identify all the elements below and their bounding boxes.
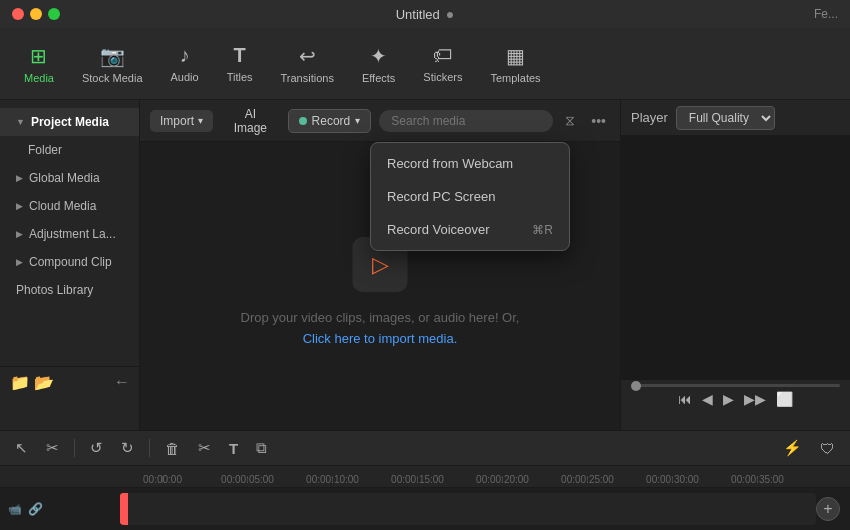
record-screen-item[interactable]: Record PC Screen — [371, 180, 569, 213]
close-button[interactable] — [12, 8, 24, 20]
timeline-ruler: 00:00:00 00:00:05:00 00:00:10:00 00:00:1… — [0, 466, 850, 488]
timeline-toolbar: ↖ ✂ ↺ ↻ 🗑 ✂ T ⧉ ⚡ 🛡 — [0, 430, 850, 466]
sidebar-item-cloud-media[interactable]: ▶ Cloud Media — [0, 192, 139, 220]
playback-controls: ⏮ ◀ ▶ ▶▶ ⬜ — [631, 391, 840, 407]
more-options-icon[interactable]: ••• — [587, 109, 610, 133]
search-input[interactable] — [379, 110, 553, 132]
record-voiceover-label: Record Voiceover — [387, 222, 490, 237]
ruler-mark-7: 00:00:35:00 — [715, 474, 800, 485]
title-bar-right: Fe... — [814, 7, 838, 21]
record-chevron-icon: ▾ — [355, 115, 360, 126]
player-header: Player Full Quality 1/2 Quality 1/4 Qual… — [621, 100, 850, 136]
toolbar-stickers[interactable]: 🏷 Stickers — [409, 38, 476, 89]
effects-label: Effects — [362, 72, 395, 84]
settings-tool[interactable]: ⧉ — [253, 436, 270, 460]
rewind-button[interactable]: ⏮ — [678, 391, 692, 407]
sidebar-label-folder: Folder — [28, 143, 62, 157]
progress-bar[interactable] — [631, 384, 840, 387]
titles-label: Titles — [227, 71, 253, 83]
sidebar-label-photos-library: Photos Library — [16, 283, 93, 297]
sidebar-item-compound-clip[interactable]: ▶ Compound Clip — [0, 248, 139, 276]
sidebar-label-global-media: Global Media — [29, 171, 100, 185]
toolbar-effects[interactable]: ✦ Effects — [348, 38, 409, 90]
import-link[interactable]: Click here to import media. — [303, 331, 458, 346]
blade-tool[interactable]: ✂ — [43, 436, 62, 460]
traffic-lights — [12, 8, 60, 20]
add-folder-icon[interactable]: 📁 — [10, 373, 30, 392]
sidebar-item-project-media[interactable]: ▼ Project Media — [0, 108, 139, 136]
add-track-button[interactable]: + — [816, 497, 840, 521]
sidebar-label-compound-clip: Compound Clip — [29, 255, 112, 269]
sidebar-item-folder[interactable]: Folder — [0, 136, 139, 164]
chevron-icon: ▶ — [16, 173, 23, 183]
progress-thumb — [631, 381, 641, 391]
play-button[interactable]: ▶ — [723, 391, 734, 407]
collapse-sidebar-icon[interactable]: ← — [114, 373, 130, 392]
ai-image-label: AI Image — [234, 107, 267, 135]
import-label: Import — [160, 114, 194, 128]
chevron-icon: ▶ — [16, 229, 23, 239]
record-webcam-item[interactable]: Record from Webcam — [371, 147, 569, 180]
sidebar: ▼ Project Media Folder ▶ Global Media ▶ … — [0, 100, 140, 430]
track-label: 📹 🔗 — [0, 502, 120, 516]
record-webcam-label: Record from Webcam — [387, 156, 513, 171]
templates-label: Templates — [490, 72, 540, 84]
toolbar-titles[interactable]: T Titles — [213, 38, 267, 89]
toolbar-templates[interactable]: ▦ Templates — [476, 38, 554, 90]
toolbar-media[interactable]: ⊞ Media — [10, 38, 68, 90]
maximize-button[interactable] — [48, 8, 60, 20]
sidebar-item-global-media[interactable]: ▶ Global Media — [0, 164, 139, 192]
cut-button[interactable]: ✂ — [195, 436, 214, 460]
ruler-mark-2: 00:00:10:00 — [290, 474, 375, 485]
import-button[interactable]: Import ▾ — [150, 110, 213, 132]
record-button[interactable]: Record ▾ — [288, 109, 372, 133]
timeline: 00:00:00 00:00:05:00 00:00:10:00 00:00:1… — [0, 466, 850, 530]
sidebar-label-cloud-media: Cloud Media — [29, 199, 96, 213]
effects-icon: ✦ — [370, 44, 387, 68]
track-link-icon: 🔗 — [28, 502, 43, 516]
track-video-icon: 📹 — [8, 503, 22, 516]
minimize-button[interactable] — [30, 8, 42, 20]
text-tool[interactable]: T — [226, 437, 241, 460]
sidebar-label-adjustment: Adjustment La... — [29, 227, 116, 241]
toolbar-stock-media[interactable]: 📷 Stock Media — [68, 38, 157, 90]
toolbar-separator-2 — [149, 439, 150, 457]
timeline-track: 📹 🔗 + — [0, 488, 850, 530]
main-area: ▼ Project Media Folder ▶ Global Media ▶ … — [0, 100, 850, 430]
toolbar-separator — [74, 439, 75, 457]
media-icon: ⊞ — [30, 44, 47, 68]
chevron-icon: ▶ — [16, 201, 23, 211]
content-toolbar: Import ▾ AI Image Record ▾ ⧖ ••• — [140, 100, 620, 142]
import-chevron-icon: ▾ — [198, 115, 203, 126]
frame-back-button[interactable]: ◀ — [702, 391, 713, 407]
player-controls: ⏮ ◀ ▶ ▶▶ ⬜ — [621, 380, 850, 430]
drop-text: Drop your video clips, images, or audio … — [241, 308, 520, 350]
record-voiceover-item[interactable]: Record Voiceover ⌘R — [371, 213, 569, 246]
redo-button[interactable]: ↻ — [118, 436, 137, 460]
smart-folder-icon[interactable]: 📂 — [34, 373, 54, 392]
media-label: Media — [24, 72, 54, 84]
toolbar-audio[interactable]: ♪ Audio — [157, 38, 213, 89]
sidebar-item-photos-library[interactable]: Photos Library — [0, 276, 139, 304]
sidebar-item-adjustment[interactable]: ▶ Adjustment La... — [0, 220, 139, 248]
toolbar-transitions[interactable]: ↩ Transitions — [267, 38, 348, 90]
content-area: Import ▾ AI Image Record ▾ ⧖ ••• Record … — [140, 100, 620, 430]
cursor-tool[interactable]: ↖ — [12, 436, 31, 460]
record-screen-label: Record PC Screen — [387, 189, 495, 204]
crop-button[interactable]: ⬜ — [776, 391, 793, 407]
frame-forward-button[interactable]: ▶▶ — [744, 391, 766, 407]
undo-button[interactable]: ↺ — [87, 436, 106, 460]
shield-icon[interactable]: 🛡 — [817, 437, 838, 460]
player-screen — [621, 136, 850, 380]
templates-icon: ▦ — [506, 44, 525, 68]
delete-button[interactable]: 🗑 — [162, 437, 183, 460]
filter-icon[interactable]: ⧖ — [561, 108, 579, 133]
transitions-icon: ↩ — [299, 44, 316, 68]
ruler-mark-4: 00:00:20:00 — [460, 474, 545, 485]
quality-select[interactable]: Full Quality 1/2 Quality 1/4 Quality — [676, 106, 775, 130]
speed-icon[interactable]: ⚡ — [780, 436, 805, 460]
track-area[interactable] — [120, 493, 816, 525]
ai-image-button[interactable]: AI Image — [221, 103, 280, 139]
stock-media-label: Stock Media — [82, 72, 143, 84]
ruler-mark-5: 00:00:25:00 — [545, 474, 630, 485]
